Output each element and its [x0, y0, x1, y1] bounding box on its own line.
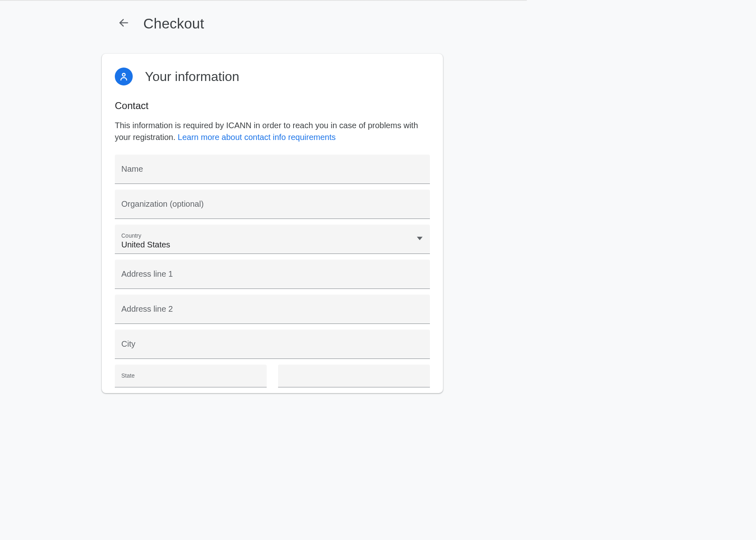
person-icon [115, 68, 133, 85]
country-label: Country [121, 233, 423, 239]
contact-description: This information is required by ICANN in… [115, 120, 430, 143]
address2-placeholder: Address line 2 [121, 304, 173, 314]
name-placeholder: Name [121, 164, 143, 174]
country-select[interactable]: Country United States [115, 225, 430, 254]
organization-field[interactable]: Organization (optional) [115, 190, 430, 219]
city-placeholder: City [121, 339, 135, 349]
page-header: Checkout [0, 1, 527, 32]
address1-placeholder: Address line 1 [121, 269, 173, 279]
state-label: State [121, 373, 260, 379]
svg-point-1 [123, 73, 125, 76]
page-title: Checkout [143, 15, 204, 32]
back-button[interactable] [116, 15, 132, 32]
contact-subheader: Contact [115, 100, 430, 111]
country-value: United States [121, 240, 423, 249]
learn-more-link[interactable]: Learn more about contact info requiremen… [178, 133, 336, 142]
secondary-field[interactable] [278, 365, 430, 387]
state-row: State [115, 365, 430, 393]
arrow-left-icon [118, 17, 129, 30]
chevron-down-icon [417, 236, 423, 243]
section-head: Your information [115, 68, 430, 85]
state-select[interactable]: State [115, 365, 267, 387]
section-title: Your information [145, 69, 239, 84]
address1-field[interactable]: Address line 1 [115, 260, 430, 289]
address2-field[interactable]: Address line 2 [115, 295, 430, 324]
organization-placeholder: Organization (optional) [121, 199, 204, 209]
checkout-card: Your information Contact This informatio… [102, 54, 443, 393]
name-field[interactable]: Name [115, 155, 430, 184]
city-field[interactable]: City [115, 330, 430, 359]
